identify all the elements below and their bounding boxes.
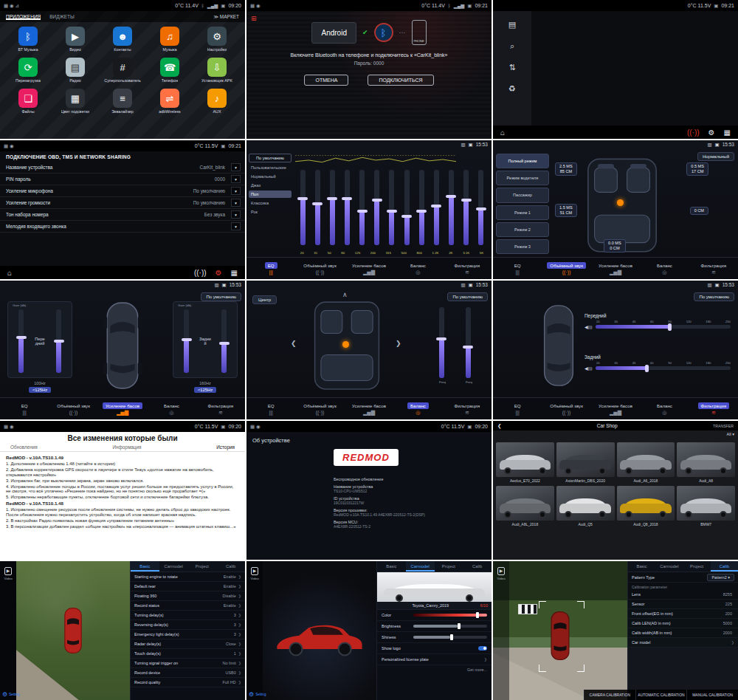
tab-calib[interactable]: Calib bbox=[216, 561, 245, 572]
tab-calib[interactable]: Calib bbox=[711, 561, 738, 572]
tab-basic[interactable]: Basic bbox=[628, 561, 655, 572]
tab-applications[interactable]: ПРИЛОЖЕНИЯ bbox=[6, 14, 41, 20]
app-apk-installer[interactable]: ⇩Установщик APK bbox=[193, 58, 241, 83]
calib-row[interactable]: Calib LEN(AD in mm)5000 bbox=[628, 619, 738, 628]
tab-eq[interactable]: EQ||| bbox=[0, 398, 49, 419]
pattern-type-row[interactable]: Pattern Type Pattern2 ▾ bbox=[628, 572, 738, 583]
tab-filter[interactable]: Фильтрация≋ bbox=[689, 398, 738, 419]
settings-row[interactable]: Turning delay(s)3❯ bbox=[131, 611, 245, 620]
tab-surround[interactable]: Объёмный звук((·)) bbox=[295, 258, 344, 279]
tab-filter[interactable]: Фильтрация≋ bbox=[196, 398, 245, 419]
car-tile[interactable]: AstonMartin_DBS_2020 bbox=[556, 442, 615, 484]
tab-eq[interactable]: EQ||| bbox=[246, 398, 295, 419]
tab-project[interactable]: Project bbox=[683, 561, 711, 572]
tab-basic[interactable]: Basic bbox=[131, 561, 159, 572]
tab-balance[interactable]: Баланс◎ bbox=[393, 258, 442, 279]
tab-bass[interactable]: Усиление басов▂▅▇ bbox=[591, 258, 640, 279]
tab-filter[interactable]: Фильтрация≋ bbox=[443, 398, 492, 419]
tab-calib[interactable]: Calib bbox=[463, 561, 492, 572]
eq-band-slider[interactable] bbox=[300, 170, 306, 245]
dropdown-icon[interactable]: ▼ bbox=[231, 210, 241, 219]
eq-band-slider[interactable] bbox=[374, 170, 379, 245]
camera-calibration-button[interactable]: CAMERA CALIBRATION bbox=[584, 690, 635, 700]
dropdown-icon[interactable]: ▼ bbox=[231, 163, 241, 171]
car-tile[interactable]: Audi_A6_2018 bbox=[617, 442, 675, 484]
balance-position-dot[interactable] bbox=[342, 341, 349, 348]
tab-basic[interactable]: Basic bbox=[377, 561, 406, 572]
calib-row[interactable]: Sensor225 bbox=[628, 600, 738, 609]
tab-information[interactable]: Информация bbox=[112, 445, 141, 450]
calib-row[interactable]: Front offset(EG in mm)200 bbox=[628, 609, 738, 619]
tab-balance[interactable]: Баланс◎ bbox=[640, 258, 689, 279]
calib-row[interactable]: Calib width(AB in mm)2000 bbox=[628, 628, 738, 638]
tab-balance[interactable]: Баланс◎ bbox=[640, 398, 689, 419]
broadcast-icon[interactable]: ((·)) bbox=[687, 128, 700, 137]
market-link[interactable]: ≫ МАРКЕТ bbox=[213, 14, 239, 20]
settings-row[interactable]: Record qualityFull HD❯ bbox=[131, 678, 245, 687]
app-adb-wireless[interactable]: ⇌adbWireless bbox=[146, 89, 193, 114]
app-aux[interactable]: ♪AUX bbox=[193, 89, 241, 114]
shiness-row[interactable]: Shiness bbox=[377, 632, 492, 643]
settings-row[interactable]: Starting engine to rotateEnable❯ bbox=[131, 572, 245, 582]
tab-bass[interactable]: Усиление басов▂▅▇ bbox=[98, 398, 147, 419]
tab-widgets[interactable]: ВИДЖЕТЫ bbox=[49, 14, 74, 19]
settings-row[interactable]: Мелодия входящего звонка▼ bbox=[0, 221, 245, 233]
color-row[interactable]: Color bbox=[377, 610, 492, 621]
tab-bass[interactable]: Усиление басов▂▅▇ bbox=[591, 398, 640, 419]
sort-icon[interactable]: ⇅ bbox=[508, 63, 515, 72]
app-superuser[interactable]: #Суперпользователь bbox=[99, 58, 146, 83]
settings-row[interactable]: Record deviceUSB0❯ bbox=[131, 668, 245, 678]
eq-band-slider[interactable] bbox=[315, 170, 320, 245]
tab-surround[interactable]: Объёмный звук((·)) bbox=[542, 398, 590, 419]
listening-position-dot[interactable] bbox=[617, 199, 624, 206]
tab-carmodel[interactable]: Carmodel bbox=[406, 561, 435, 572]
app-contacts[interactable]: ☻Контакты bbox=[99, 27, 146, 52]
broadcast-icon[interactable]: ((·)) bbox=[194, 269, 207, 277]
app-bt-music[interactable]: ᛒБТ Музыка bbox=[4, 27, 52, 52]
tab-eq[interactable]: EQ||| bbox=[246, 258, 295, 279]
settings-row[interactable]: Radar delay(s)Close❯ bbox=[131, 639, 245, 649]
brightness-row[interactable]: Brightness bbox=[377, 621, 492, 632]
setting-button[interactable]: ⚙Setting bbox=[2, 691, 19, 698]
dropdown-icon[interactable]: ▼ bbox=[231, 175, 241, 183]
dropdown-icon[interactable]: ▼ bbox=[231, 187, 241, 195]
ota-label[interactable]: Беспроводное обновление bbox=[334, 477, 425, 481]
calib-row[interactable]: Lens8255 bbox=[628, 590, 738, 600]
logo-toggle[interactable] bbox=[478, 646, 487, 651]
default-button[interactable]: По умолчанию bbox=[694, 292, 734, 301]
preset-pop[interactable]: Поп bbox=[249, 191, 292, 198]
eq-band-slider[interactable] bbox=[345, 170, 350, 245]
app-grid-icon[interactable]: ▦ bbox=[231, 269, 238, 277]
tab-project[interactable]: Project bbox=[188, 561, 217, 572]
settings-row[interactable]: Emergency light delay(s)3❯ bbox=[131, 630, 245, 639]
eq-band-slider[interactable] bbox=[404, 170, 410, 245]
car-tile[interactable]: Audi_Q8_2018 bbox=[617, 486, 675, 527]
video-icon[interactable]: ▶ bbox=[251, 567, 259, 575]
settings-row[interactable]: Тон набора номераБез звука▼ bbox=[0, 209, 245, 221]
app-settings[interactable]: ⚙Настройки bbox=[193, 27, 241, 52]
rear-filter-slider[interactable] bbox=[596, 366, 731, 370]
tab-bass[interactable]: Усиление басов▂▅▇ bbox=[345, 258, 393, 279]
mode-1[interactable]: Режим 1 bbox=[496, 205, 549, 220]
tab-updates[interactable]: Обновления bbox=[10, 445, 38, 450]
eq-band-slider[interactable] bbox=[478, 170, 483, 245]
bass-gain-slider[interactable] bbox=[184, 309, 189, 373]
tab-eq[interactable]: EQ||| bbox=[493, 258, 542, 279]
arrow-right-icon[interactable]: ❯ bbox=[396, 340, 401, 347]
automatic-calibration-button[interactable]: AUTOMATIC CALIBRATION bbox=[635, 690, 687, 700]
show-logo-row[interactable]: Show logo bbox=[377, 643, 492, 654]
balance-slider[interactable]: Freq bbox=[439, 307, 446, 378]
app-radio[interactable]: ▤Радио bbox=[52, 58, 99, 83]
mode-full[interactable]: Полный режим bbox=[496, 154, 549, 168]
front-filter-slider[interactable] bbox=[596, 325, 731, 329]
bass-gain-slider[interactable] bbox=[56, 309, 61, 373]
mode-2[interactable]: Режим 2 bbox=[496, 222, 549, 237]
cancel-button[interactable]: ОТМЕНА bbox=[304, 75, 348, 86]
gear-icon[interactable]: ⚙ bbox=[215, 269, 222, 277]
video-icon[interactable]: ▶ bbox=[497, 567, 506, 575]
pattern-dropdown[interactable]: Pattern2 ▾ bbox=[707, 574, 734, 581]
eq-band-slider[interactable] bbox=[449, 170, 454, 245]
preset-classic[interactable]: Классика bbox=[249, 199, 292, 207]
transfer-link[interactable]: TRANSFER bbox=[713, 424, 734, 428]
settings-row[interactable]: Reversing delay(s)3❯ bbox=[131, 620, 245, 630]
